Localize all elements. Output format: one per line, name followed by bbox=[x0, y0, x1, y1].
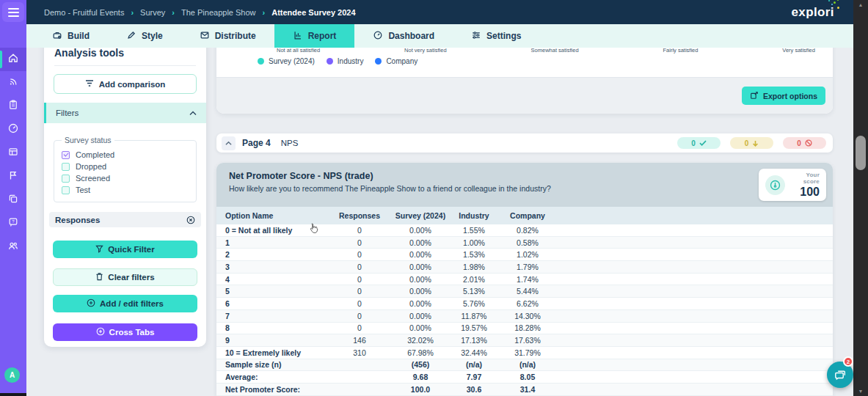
tab-dashboard[interactable]: Dashboard bbox=[354, 24, 453, 48]
add-edit-filters-button[interactable]: Add / edit filters bbox=[53, 295, 197, 312]
explori-logo: explori bbox=[791, 5, 834, 20]
chart-axis-labels: Not at all satisfied Not very satisfied … bbox=[277, 47, 815, 54]
filters-section-header[interactable]: Filters bbox=[44, 103, 206, 123]
users-icon bbox=[7, 240, 19, 254]
score-value: 100 bbox=[790, 186, 820, 199]
tab-report[interactable]: Report bbox=[274, 24, 355, 48]
filter-lines-icon bbox=[85, 79, 94, 89]
checkbox-option-screened[interactable]: Screened bbox=[62, 174, 189, 183]
sidebar-item-clipboard[interactable] bbox=[0, 95, 26, 118]
checkbox-option-test[interactable]: Test bbox=[62, 186, 189, 194]
value-cell: 0.00% bbox=[393, 263, 448, 271]
quick-filter-button[interactable]: Quick Filter bbox=[53, 241, 197, 258]
value-cell: 1.79% bbox=[500, 263, 555, 271]
toolbox-icon bbox=[52, 30, 62, 43]
circle-x-icon[interactable] bbox=[186, 216, 195, 224]
breadcrumb-item[interactable]: The Pineapple Show bbox=[181, 8, 256, 17]
cross-tabs-label: Cross Tabs bbox=[109, 328, 155, 337]
checkbox[interactable] bbox=[62, 175, 70, 183]
legend-item[interactable]: Company bbox=[375, 57, 417, 65]
sidebar-item-copy[interactable] bbox=[0, 188, 26, 212]
legend-item[interactable]: Industry bbox=[327, 57, 364, 65]
column-header[interactable]: Responses bbox=[327, 211, 393, 220]
export-icon bbox=[750, 91, 759, 101]
sidebar-item-flag[interactable] bbox=[0, 165, 26, 188]
bottom-edge-strip bbox=[0, 393, 26, 396]
tab-distribute[interactable]: Distribute bbox=[181, 24, 274, 48]
sidebar-nav: ? bbox=[0, 48, 26, 259]
value-cell: 146 bbox=[327, 336, 393, 345]
top-navbar: Demo - Fruitful Events › Survey › The Pi… bbox=[0, 0, 853, 24]
score-label: Your score bbox=[790, 172, 820, 185]
sidebar-item-speedometer[interactable] bbox=[0, 118, 26, 142]
flag-icon bbox=[7, 169, 19, 184]
option-name-cell: 2 bbox=[216, 250, 327, 259]
option-name-cell: 4 bbox=[216, 275, 327, 284]
scrollbar-thumb[interactable] bbox=[856, 136, 866, 170]
option-name-cell: 7 bbox=[216, 312, 327, 320]
value-cell: 1.02% bbox=[500, 250, 555, 259]
option-name-cell: 9 bbox=[216, 336, 327, 345]
menu-button[interactable] bbox=[2, 2, 24, 22]
add-comparison-button[interactable]: Add comparison bbox=[54, 74, 197, 94]
collapse-page-button[interactable] bbox=[222, 136, 236, 150]
checkbox-option-dropped[interactable]: Dropped bbox=[62, 162, 189, 171]
clear-filters-button[interactable]: Clear filters bbox=[53, 268, 197, 286]
table-row: 300.00%1.98%1.79% bbox=[216, 261, 833, 274]
table-row: 914632.02%17.13%17.63% bbox=[216, 334, 833, 347]
tab-settings[interactable]: Settings bbox=[453, 24, 539, 48]
checkbox[interactable] bbox=[62, 151, 70, 159]
value-cell: 0.82% bbox=[500, 226, 555, 235]
sidebar-item-layout[interactable] bbox=[0, 142, 26, 165]
value-cell: 18.28% bbox=[500, 323, 555, 332]
option-name-cell: 8 bbox=[216, 323, 327, 332]
breadcrumb-item-current[interactable]: Attendee Survey 2024 bbox=[271, 8, 355, 17]
chevron-up-icon bbox=[189, 111, 197, 116]
column-header[interactable]: Company bbox=[500, 211, 555, 220]
survey-status-legend: Survey status bbox=[62, 136, 114, 144]
layout-icon bbox=[7, 146, 19, 161]
breadcrumb-item[interactable]: Survey bbox=[140, 8, 165, 17]
legend-label: Industry bbox=[338, 57, 364, 65]
legend-item[interactable]: Survey (2024) bbox=[258, 57, 315, 65]
export-options-button[interactable]: Export options bbox=[742, 87, 825, 105]
checkbox-option-completed[interactable]: Completed bbox=[62, 150, 189, 159]
tab-style[interactable]: Style bbox=[108, 24, 181, 48]
cross-tabs-button[interactable]: Cross Tabs bbox=[53, 323, 197, 341]
value-cell: 5.76% bbox=[448, 299, 500, 308]
table-row: 200.00%1.53%1.02% bbox=[216, 249, 833, 261]
table-row: 800.00%19.57%18.28% bbox=[216, 323, 833, 335]
option-name-cell: 5 bbox=[216, 287, 327, 296]
scroll-down-arrow[interactable]: ▼ bbox=[853, 389, 868, 394]
legend-label: Company bbox=[386, 57, 417, 65]
sidebar-item-users[interactable] bbox=[0, 235, 26, 259]
column-header[interactable]: Option Name bbox=[216, 211, 327, 220]
checkbox-label: Test bbox=[76, 186, 90, 194]
sidebar-item-help-chat[interactable]: ? bbox=[0, 212, 26, 235]
nps-card-header: Net Promoter Score - NPS (trade) How lik… bbox=[216, 163, 833, 207]
breadcrumb-item[interactable]: Demo - Fruitful Events bbox=[44, 8, 124, 17]
sidebar-item-home[interactable] bbox=[0, 48, 26, 71]
value-cell: 7.97 bbox=[448, 373, 500, 381]
option-name-cell: 3 bbox=[216, 263, 327, 271]
tab-label: Distribute bbox=[215, 31, 256, 41]
column-header[interactable]: Industry bbox=[448, 211, 500, 220]
scrollbar[interactable]: ▲ ▼ bbox=[853, 0, 868, 396]
tab-label: Report bbox=[308, 31, 337, 41]
column-header[interactable]: Survey (2024) bbox=[393, 211, 448, 220]
scroll-up-arrow[interactable]: ▲ bbox=[853, 2, 868, 7]
checkbox[interactable] bbox=[62, 186, 70, 194]
tab-build[interactable]: Build bbox=[34, 24, 108, 48]
value-cell: 0.00% bbox=[393, 275, 448, 284]
avatar[interactable]: A bbox=[4, 367, 20, 383]
checkbox[interactable] bbox=[62, 163, 70, 171]
funnel-icon bbox=[95, 245, 103, 254]
add-edit-filters-label: Add / edit filters bbox=[100, 299, 164, 308]
pen-icon bbox=[126, 30, 136, 43]
sidebar-item-broadcast[interactable] bbox=[0, 71, 26, 95]
analysis-tools-panel: Analysis tools Add comparison Filters Su… bbox=[44, 32, 206, 347]
filters-label: Filters bbox=[56, 109, 79, 117]
option-name-cell: Average: bbox=[216, 373, 327, 381]
clipboard-icon bbox=[7, 99, 19, 114]
sliders-icon bbox=[471, 30, 481, 43]
